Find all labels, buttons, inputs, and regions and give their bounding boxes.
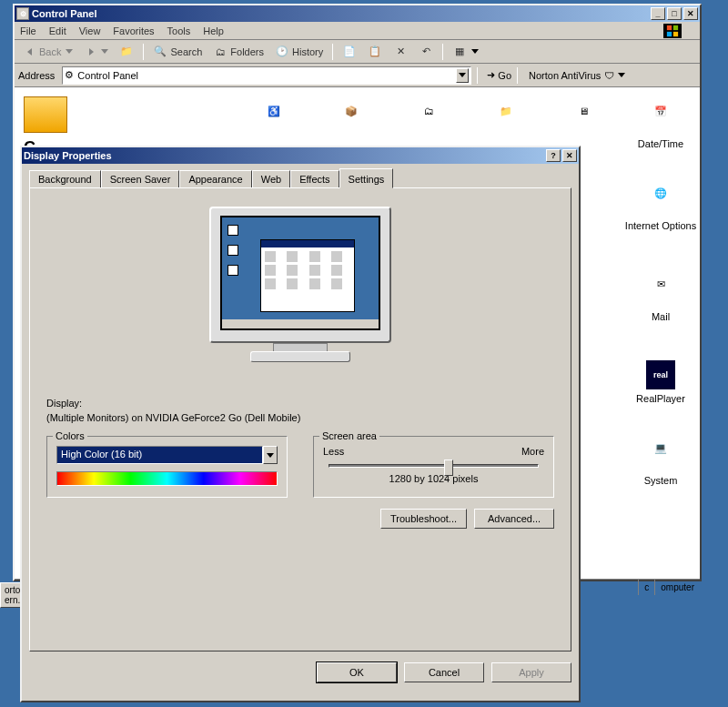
resolution-slider[interactable] bbox=[329, 464, 539, 468]
system-label: System bbox=[620, 475, 702, 486]
help-button[interactable]: ? bbox=[546, 149, 561, 162]
svg-rect-2 bbox=[667, 31, 672, 35]
menu-file[interactable]: File bbox=[20, 25, 36, 36]
dialog-footer: OK Cancel Apply bbox=[22, 657, 579, 688]
datetime-label: Date/Time bbox=[620, 138, 702, 149]
status-cell-3: c bbox=[639, 580, 655, 595]
cp-icon-accessibility[interactable]: ♿ bbox=[233, 106, 315, 138]
views-button[interactable]: ▦ bbox=[449, 44, 482, 60]
monitor-preview bbox=[200, 207, 400, 379]
colors-value: High Color (16 bit) bbox=[56, 446, 263, 464]
forward-button[interactable] bbox=[80, 44, 112, 60]
cp-icon-addremove[interactable]: 📦 bbox=[310, 106, 392, 138]
folders-label: Folders bbox=[230, 46, 264, 57]
area-more: More bbox=[521, 446, 544, 457]
admin-icon: 🗂 bbox=[414, 106, 443, 135]
delete-icon: ✕ bbox=[393, 45, 408, 59]
tab-effects[interactable]: Effects bbox=[290, 170, 339, 188]
moveto-icon: 📄 bbox=[342, 45, 357, 59]
dlg-titlebar[interactable]: Display Properties ? ✕ bbox=[22, 147, 579, 164]
norton-toolbar[interactable]: Norton AntiVirus 🛡 bbox=[529, 70, 625, 81]
datetime-icon: 📅 bbox=[646, 106, 675, 135]
ok-button[interactable]: OK bbox=[317, 662, 397, 682]
cp-titlebar[interactable]: ⚙ Control Panel _ □ ✕ bbox=[15, 5, 700, 22]
cp-icon-internet[interactable]: 🌐 Internet Options bbox=[620, 187, 702, 231]
minimize-button[interactable]: _ bbox=[651, 7, 665, 20]
back-button[interactable]: Back bbox=[18, 44, 76, 60]
go-icon: ➜ bbox=[487, 69, 495, 81]
moveto-button[interactable]: 📄 bbox=[339, 44, 360, 60]
cp-icon-system[interactable]: 💻 System bbox=[620, 442, 702, 486]
folder-up-icon: 📁 bbox=[119, 45, 134, 59]
menu-tools[interactable]: Tools bbox=[167, 25, 191, 36]
tab-settings[interactable]: Settings bbox=[339, 168, 394, 188]
cp-icon-admin[interactable]: 🗂 bbox=[388, 106, 470, 138]
colors-legend: Colors bbox=[53, 430, 87, 441]
colors-combo[interactable]: High Color (16 bit) bbox=[56, 446, 278, 464]
cp-icon-display[interactable]: 🖥 bbox=[542, 106, 624, 138]
windows-logo-icon bbox=[663, 24, 682, 38]
search-button[interactable]: 🔍 Search bbox=[149, 44, 206, 60]
cancel-button[interactable]: Cancel bbox=[404, 662, 484, 682]
display-icon: 🖥 bbox=[569, 106, 598, 135]
tab-web[interactable]: Web bbox=[252, 170, 290, 188]
cp-title: Control Panel bbox=[32, 8, 97, 19]
svg-rect-1 bbox=[673, 25, 678, 29]
color-spectrum bbox=[56, 471, 278, 486]
add-remove-icon: 📦 bbox=[337, 106, 366, 135]
svg-rect-3 bbox=[673, 31, 678, 35]
go-label: Go bbox=[498, 70, 511, 81]
maximize-button[interactable]: □ bbox=[667, 7, 682, 20]
cp-icon-mail[interactable]: ✉ Mail bbox=[620, 278, 702, 322]
chevron-down-icon bbox=[618, 73, 625, 77]
troubleshoot-button[interactable]: Troubleshoot... bbox=[380, 509, 467, 529]
back-label: Back bbox=[39, 46, 61, 57]
menu-favorites[interactable]: Favorites bbox=[113, 25, 154, 36]
tab-appearance[interactable]: Appearance bbox=[179, 170, 251, 188]
screen-area-group: Screen area Less More 1280 by 1024 pixel… bbox=[313, 436, 554, 498]
display-value: (Multiple Monitors) on NVIDIA GeForce2 G… bbox=[46, 412, 554, 423]
area-legend: Screen area bbox=[319, 430, 379, 441]
views-icon: ▦ bbox=[452, 45, 467, 59]
go-button[interactable]: ➜ Go bbox=[487, 69, 511, 81]
cp-icon-realplayer[interactable]: real RealPlayer bbox=[620, 360, 702, 404]
tab-screensaver[interactable]: Screen Saver bbox=[101, 170, 180, 188]
area-less: Less bbox=[323, 446, 344, 457]
norton-icon: 🛡 bbox=[604, 70, 614, 81]
delete-button[interactable]: ✕ bbox=[389, 44, 411, 60]
internet-label: Internet Options bbox=[620, 220, 702, 231]
dlg-close-button[interactable]: ✕ bbox=[562, 149, 577, 162]
history-label: History bbox=[292, 46, 323, 57]
close-button[interactable]: ✕ bbox=[683, 7, 698, 20]
slider-thumb[interactable] bbox=[444, 460, 453, 476]
history-button[interactable]: 🕑 History bbox=[271, 44, 327, 60]
menu-help[interactable]: Help bbox=[203, 25, 224, 36]
accessibility-icon: ♿ bbox=[259, 106, 288, 135]
advanced-button[interactable]: Advanced... bbox=[474, 509, 554, 529]
copyto-button[interactable]: 📋 bbox=[364, 44, 386, 60]
forward-icon bbox=[84, 45, 98, 59]
folders-icon: 🗂 bbox=[213, 45, 228, 59]
up-button[interactable]: 📁 bbox=[116, 44, 137, 60]
mail-label: Mail bbox=[620, 311, 702, 322]
address-dropdown[interactable] bbox=[456, 68, 469, 83]
cp-icon-datetime[interactable]: 📅 Date/Time bbox=[620, 106, 702, 149]
undo-icon: ↶ bbox=[419, 45, 433, 59]
address-field[interactable]: ⚙ Control Panel bbox=[62, 66, 471, 85]
colors-group: Colors High Color (16 bit) bbox=[46, 436, 288, 498]
mail-icon: ✉ bbox=[646, 278, 675, 308]
address-value: Control Panel bbox=[77, 70, 138, 81]
copyto-icon: 📋 bbox=[368, 45, 382, 59]
undo-button[interactable]: ↶ bbox=[415, 44, 437, 60]
apply-button[interactable]: Apply bbox=[491, 662, 571, 682]
folders-button[interactable]: 🗂 Folders bbox=[209, 44, 268, 60]
realplayer-label: RealPlayer bbox=[620, 393, 702, 404]
tab-background[interactable]: Background bbox=[29, 170, 101, 188]
colors-dropdown-button[interactable] bbox=[263, 446, 278, 464]
cp-icon-unknown[interactable]: 📁 bbox=[465, 106, 547, 138]
realplayer-icon: real bbox=[646, 360, 675, 389]
chevron-down-icon bbox=[101, 49, 108, 54]
menu-edit[interactable]: Edit bbox=[49, 25, 66, 36]
dlg-title: Display Properties bbox=[24, 150, 112, 161]
menu-view[interactable]: View bbox=[79, 25, 101, 36]
